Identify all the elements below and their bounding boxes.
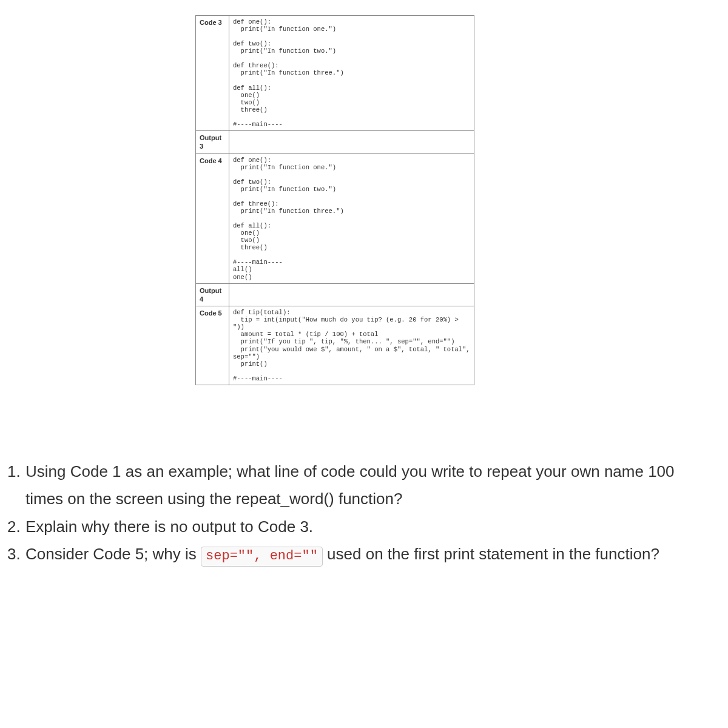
code-table: Code 3def one(): print("In function one.…	[195, 15, 474, 385]
row-label: Output 4	[196, 283, 229, 306]
questions-section: Using Code 1 as an example; what line of…	[0, 458, 728, 568]
table-row: Code 4def one(): print("In function one.…	[196, 153, 474, 283]
row-label: Output 3	[196, 130, 229, 153]
question-1: Using Code 1 as an example; what line of…	[7, 458, 716, 513]
row-code: def one(): print("In function one.") def…	[229, 16, 474, 131]
question-3: Consider Code 5; why is sep="", end="" u…	[7, 541, 716, 568]
row-label: Code 3	[196, 16, 229, 131]
row-label: Code 5	[196, 306, 229, 385]
row-code: def tip(total): tip = int(input("How muc…	[229, 306, 474, 385]
code-table-container: Code 3def one(): print("In function one.…	[195, 15, 474, 385]
row-code	[229, 130, 474, 153]
question-1-text: Using Code 1 as an example; what line of…	[25, 462, 675, 508]
row-code	[229, 283, 474, 306]
question-3-text-b: used on the first print statement in the…	[327, 545, 659, 563]
table-row: Output 3	[196, 130, 474, 153]
question-2-text: Explain why there is no output to Code 3…	[25, 517, 313, 536]
table-row: Code 5def tip(total): tip = int(input("H…	[196, 306, 474, 385]
table-row: Output 4	[196, 283, 474, 306]
inline-code-sep-end: sep="", end=""	[201, 547, 323, 567]
question-3-text-a: Consider Code 5; why is	[25, 545, 201, 563]
row-label: Code 4	[196, 153, 229, 283]
table-row: Code 3def one(): print("In function one.…	[196, 16, 474, 131]
row-code: def one(): print("In function one.") def…	[229, 153, 474, 283]
question-2: Explain why there is no output to Code 3…	[7, 513, 716, 541]
